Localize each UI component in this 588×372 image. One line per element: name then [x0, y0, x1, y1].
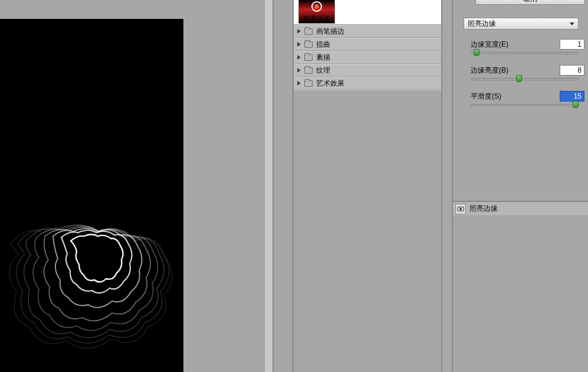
smoothness-input[interactable] — [560, 91, 584, 102]
expand-icon — [297, 55, 301, 60]
category-sketch[interactable]: 素描 — [294, 51, 441, 64]
chevron-down-icon — [570, 22, 574, 25]
filter-select-value: 照亮边缘 — [468, 19, 496, 29]
preview-canvas[interactable] — [0, 19, 183, 372]
expand-icon — [297, 68, 301, 73]
gallery-empty-area — [294, 90, 441, 90]
edge-width-input[interactable] — [560, 39, 584, 50]
svg-point-1 — [314, 4, 319, 9]
category-artistic[interactable]: 艺术效果 — [294, 77, 441, 90]
expand-icon — [297, 81, 301, 86]
filter-gallery-panel: 照亮边缘 画笔描边 扭曲 素描 纹理 艺术效果 — [275, 0, 452, 372]
edge-brightness-slider[interactable] — [471, 78, 579, 80]
param-smoothness: 平滑度(S) — [471, 90, 584, 103]
folder-icon — [304, 28, 313, 35]
category-label: 纹理 — [316, 66, 330, 76]
preview-scrollbar-vertical[interactable] — [264, 0, 272, 372]
category-brush-strokes[interactable]: 画笔描边 — [294, 25, 441, 38]
category-texture[interactable]: 纹理 — [294, 64, 441, 77]
filter-select-dropdown[interactable]: 照亮边缘 — [464, 18, 579, 30]
param-edge-width: 边缘宽度(E) — [471, 38, 584, 51]
preview-image — [0, 137, 183, 372]
smoothness-slider[interactable] — [471, 104, 579, 106]
param-label: 边缘宽度(E) — [471, 40, 508, 50]
effect-layer-label: 照亮边缘 — [469, 204, 498, 214]
category-distort[interactable]: 扭曲 — [294, 38, 441, 51]
folder-icon — [304, 67, 313, 74]
folder-icon — [304, 80, 313, 87]
folder-icon — [304, 41, 313, 48]
category-label: 素描 — [316, 53, 330, 63]
effect-layer-row[interactable]: 照亮边缘 — [453, 202, 588, 216]
preview-panel — [0, 0, 274, 372]
effect-layer-panel: 照亮边缘 — [453, 201, 588, 372]
slider-thumb[interactable] — [573, 101, 579, 108]
filter-thumbnail-label: 照亮边缘 — [298, 15, 335, 24]
cancel-button[interactable]: 取消 — [475, 0, 585, 5]
category-label: 扭曲 — [316, 40, 330, 50]
category-label: 艺术效果 — [316, 79, 344, 89]
edge-brightness-input[interactable] — [560, 65, 584, 76]
eye-icon — [457, 207, 464, 211]
slider-thumb[interactable] — [516, 75, 522, 82]
cancel-button-label: 取消 — [523, 0, 537, 3]
thumbnail-area: 照亮边缘 — [294, 0, 441, 25]
param-label: 边缘亮度(B) — [471, 66, 508, 76]
folder-icon — [304, 54, 313, 61]
visibility-toggle[interactable] — [455, 204, 466, 214]
thumb-graphic — [310, 0, 324, 14]
param-edge-brightness: 边缘亮度(B) — [471, 64, 584, 77]
expand-icon — [297, 42, 301, 47]
edge-width-slider[interactable] — [471, 52, 579, 54]
expand-icon — [297, 29, 301, 34]
param-label: 平滑度(S) — [471, 92, 501, 102]
category-label: 画笔描边 — [316, 27, 344, 37]
slider-thumb[interactable] — [474, 49, 479, 56]
settings-panel: 取消 照亮边缘 边缘宽度(E) 边缘亮度(B) 平滑度(S) — [452, 0, 588, 372]
